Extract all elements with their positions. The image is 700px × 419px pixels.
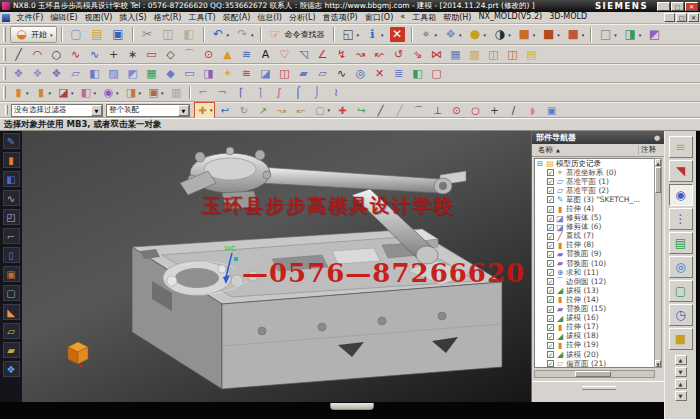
point-set-icon[interactable]: ∗ [124, 46, 141, 63]
cylinder-blue-icon[interactable]: ▯ [3, 247, 20, 263]
panel-splitter[interactable] [532, 381, 665, 402]
petal-surface-1-icon[interactable]: ❖ [10, 65, 27, 82]
mold-plate[interactable] [132, 229, 502, 389]
box-blue-icon[interactable]: ▣ [543, 102, 560, 119]
menu-item[interactable]: 工具(T) [185, 12, 219, 23]
snap-slash-icon[interactable]: / [505, 102, 522, 119]
minimize-button[interactable]: _ [657, 2, 670, 11]
patch-icon[interactable]: ◪ [257, 65, 274, 82]
tree-item-checkbox[interactable]: ✓ [547, 251, 554, 258]
snap-plus-icon[interactable]: + [486, 102, 503, 119]
menu-item[interactable]: 3D-MOLD [546, 12, 591, 23]
menu-item[interactable]: 帮助(H) [440, 12, 475, 23]
scroll-down-icon[interactable]: ▼ [655, 360, 661, 367]
thread-icon[interactable]: ▥ [168, 84, 185, 101]
block-tool-2-icon[interactable]: ■▾ [539, 26, 562, 43]
pipe-elbow-icon[interactable]: ⌐ [3, 228, 20, 244]
spline-icon[interactable]: ∿ [86, 46, 103, 63]
hem-icon[interactable]: ∫ [271, 84, 288, 101]
contour-flange-icon[interactable]: ⌉ [252, 84, 269, 101]
shell-pink-icon[interactable]: ◗ [524, 102, 541, 119]
toolbar-grip[interactable] [3, 27, 6, 42]
snap-curve-icon[interactable]: ⌒ [410, 102, 427, 119]
selection-scope-dropdown[interactable]: 整个装配 ▼ [106, 104, 190, 117]
tree-item-checkbox[interactable]: ✓ [547, 296, 554, 303]
menu-item[interactable]: 分析(L) [285, 12, 319, 23]
core-cavity-icon[interactable]: ◧ [3, 171, 20, 187]
redo-icon[interactable]: ↷▾ [233, 26, 256, 43]
reuse-library-tab[interactable]: ▤ [669, 232, 693, 254]
menu-item[interactable]: 格式(R) [150, 12, 185, 23]
expander-icon[interactable]: ⊟ [537, 160, 545, 168]
block-icon[interactable]: ▮▾ [10, 84, 31, 101]
open-folder-icon[interactable]: ▤ [88, 26, 107, 43]
scrollbar-thumb[interactable] [655, 167, 661, 193]
vertical-scrollbar[interactable]: ▲ ▼ [654, 158, 662, 368]
shaded-face-icon[interactable]: ❖▾ [441, 26, 464, 43]
x-form-icon[interactable]: ✕ [371, 65, 388, 82]
horizontal-scrollbar[interactable] [534, 370, 655, 378]
operation-navigator-tab[interactable]: ⋮ [669, 208, 693, 230]
tree-item-checkbox[interactable]: ✓ [547, 324, 554, 331]
cylinder-orange-icon[interactable]: ▮ [3, 152, 20, 168]
n-sided-icon[interactable]: ◆ [162, 65, 179, 82]
panel-header[interactable]: 部件导航器 ● [532, 131, 664, 144]
start-button-icon[interactable]: ◒开始▾ [10, 26, 57, 43]
part-navigator-tab[interactable]: ◉ [669, 184, 693, 206]
broom-clean-icon[interactable]: ✦ [219, 65, 236, 82]
gray-surfaces-icon[interactable]: ∿ [3, 190, 20, 206]
save-icon[interactable]: ▣ [109, 26, 128, 43]
tree-item-checkbox[interactable]: ✓ [547, 206, 554, 213]
intersect-curve-icon[interactable]: ⋈ [428, 46, 445, 63]
tree-item-checkbox[interactable]: ✓ [547, 360, 554, 367]
jog-icon[interactable]: ⌠ [290, 84, 307, 101]
clip-section-2-icon[interactable]: ◩ [645, 26, 664, 43]
tree-item-checkbox[interactable]: ✓ [547, 224, 554, 231]
hd3d-tools-tab[interactable]: ◎ [669, 256, 693, 278]
snap-line-2-icon[interactable]: ╱ [391, 102, 408, 119]
bottom-bar-collapse-tab[interactable] [330, 403, 374, 410]
toolbar-grip[interactable] [3, 48, 6, 61]
menu-item[interactable]: 插入(S) [116, 12, 150, 23]
close-button[interactable]: ✕ [685, 2, 698, 11]
tree-item-checkbox[interactable]: ✓ [547, 269, 554, 276]
history-clock-tab[interactable]: ◷ [669, 304, 693, 326]
tree-item[interactable]: ✓✎草图 (3) "SKETCH_... [535, 195, 654, 204]
dropdown-arrow-icon[interactable]: ▼ [91, 105, 102, 116]
menu-item[interactable]: 工具箱 [409, 12, 440, 23]
circle-icon[interactable]: ○ [48, 46, 65, 63]
wedge-orange-icon[interactable]: ◣ [3, 304, 20, 320]
tree-item-checkbox[interactable]: ✓ [547, 342, 554, 349]
hole-icon[interactable]: ◉▾ [100, 84, 121, 101]
clip-section-1-icon[interactable]: ◨▾ [621, 26, 644, 43]
law-extend-icon[interactable]: ▱ [314, 65, 331, 82]
book-icon[interactable]: ▥ [466, 46, 483, 63]
viewport[interactable]: WC 玉环县步步高模具设计学校 —0576—87266620 [22, 131, 531, 402]
snap-line-1-icon[interactable]: ╱ [372, 102, 389, 119]
tree-item-checkbox[interactable]: ✓ [547, 306, 554, 313]
tree-item-checkbox[interactable]: ✓ [547, 178, 554, 185]
undo-icon[interactable]: ↶▾ [209, 26, 232, 43]
sheet-yellow-2-icon[interactable]: ▰ [3, 342, 20, 358]
render-style-icon[interactable]: ◑▾ [490, 26, 513, 43]
polygon-icon[interactable]: ◇ [162, 46, 179, 63]
project-curve-icon[interactable]: ⇘ [409, 46, 426, 63]
snap-circle-icon[interactable]: ○ [467, 102, 484, 119]
new-file-icon[interactable]: ▢ [67, 26, 86, 43]
sheet-yellow-1-icon[interactable]: ▱ [3, 323, 20, 339]
scrollbar-thumb[interactable] [575, 371, 611, 377]
bend-1-icon[interactable]: ⌐ [195, 84, 212, 101]
menu-item[interactable]: 首选项(P) [319, 12, 361, 23]
swept-icon[interactable]: ◧ [86, 65, 103, 82]
toolbar-grip[interactable] [3, 67, 6, 80]
view-orientation-cube[interactable] [68, 342, 88, 368]
splitter-grip[interactable] [582, 386, 616, 390]
marquee-select-icon[interactable]: ▢▾ [312, 102, 333, 119]
tree-item-checkbox[interactable]: ✓ [547, 233, 554, 240]
menu-item[interactable]: « [397, 12, 409, 23]
magnify-icon[interactable]: ◎ [352, 65, 369, 82]
selection-filter-dropdown[interactable]: 没有选择过滤器 ▼ [11, 104, 103, 117]
tree-item-checkbox[interactable]: ✓ [547, 333, 554, 340]
import-box-1-icon[interactable]: ◫ [485, 46, 502, 63]
column-note[interactable]: 注释 [638, 145, 664, 155]
